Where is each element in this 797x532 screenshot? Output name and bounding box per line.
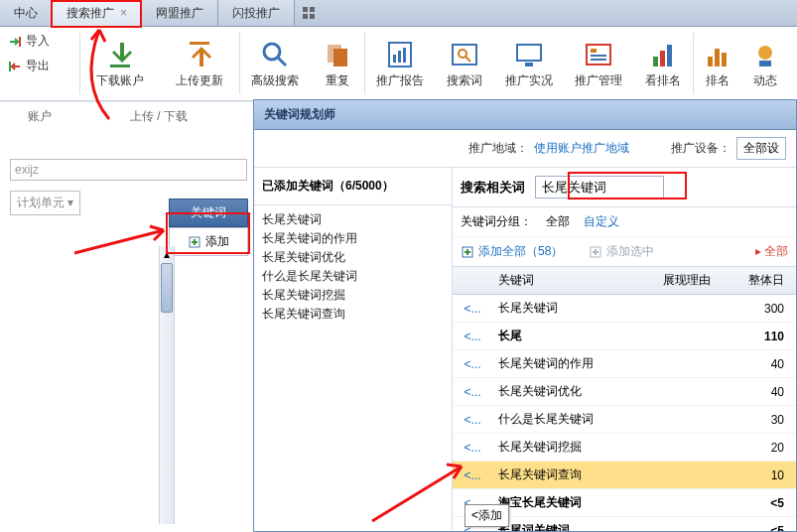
promo-manage-button[interactable]: 推广管理 [564,27,633,100]
added-keyword-item[interactable]: 什么是长尾关键词 [262,268,444,285]
keyword-column-label: 关键词 [191,205,226,219]
row-reason [657,470,736,480]
group-label: 关键词分组： [461,213,532,230]
row-expander[interactable]: <... [453,297,492,321]
row-expander[interactable]: <... [453,436,492,460]
svg-rect-8 [333,49,347,66]
row-reason [657,498,736,508]
keyword-column-header[interactable]: 关键词 [169,199,248,227]
import-button[interactable]: 导入 [8,33,71,50]
close-icon[interactable]: × [120,6,127,20]
export-icon [8,60,22,73]
row-reason [657,387,736,397]
promo-report-label: 推广报告 [376,72,424,89]
col-score[interactable]: 整体日 [736,267,796,294]
report-icon [384,39,416,70]
added-keywords-list: 长尾关键词长尾关键词的作用长尾关键词优化什么是长尾关键词长尾关键词挖掘长尾关键词… [254,205,452,329]
row-score: 110 [736,325,796,348]
col-keyword[interactable]: 关键词 [492,267,657,294]
manage-icon [583,39,614,70]
device-select[interactable]: 全部设 [736,137,786,160]
row-expander[interactable]: <... [453,464,492,487]
promo-live-button[interactable]: 推广实况 [494,27,564,100]
suggestion-row[interactable]: <...长尾关键词优化40 [453,378,796,406]
svg-point-27 [758,46,772,60]
col-reason[interactable]: 展现理由 [657,267,736,294]
row-expander[interactable]: <... [453,325,492,348]
ranking-button[interactable]: 排名 [694,27,741,100]
search-keyword-input[interactable] [535,176,664,199]
dynamic-button[interactable]: 动态 [741,27,789,100]
row-score: <5 [736,491,796,515]
export-button[interactable]: 导出 [8,58,71,74]
center-scrollbar[interactable]: ▴ [159,246,175,524]
download-icon [104,39,136,70]
device-label: 推广设备： [671,140,731,157]
device-value: 全部设 [743,141,779,155]
group-custom-option[interactable]: 自定义 [584,213,619,230]
svg-rect-2 [303,14,308,19]
svg-rect-22 [660,51,665,66]
suggestions-table-header: 关键词 展现理由 整体日 [453,267,796,295]
upload-update-button[interactable]: 上传更新 [160,27,239,100]
row-keyword: 什么是长尾关键词 [492,406,657,433]
download-account-button[interactable]: 下载账户 [80,27,160,100]
add-selected-icon [589,245,602,259]
download-account-label: 下载账户 [96,72,144,89]
promo-report-button[interactable]: 推广报告 [365,27,435,100]
reset-label: 重复 [326,72,349,89]
suggestion-row[interactable]: <...长尾关键词的作用40 [453,350,796,378]
row-expander[interactable]: <... [453,380,492,404]
row-reason [657,415,736,425]
suggestion-row[interactable]: <...长尾110 [453,323,796,350]
added-keyword-item[interactable]: 长尾关键词 [262,211,444,228]
suggestion-row[interactable]: <...长尾关键词300 [453,295,796,323]
row-score: 300 [736,297,796,321]
reset-button[interactable]: 重复 [310,27,364,100]
added-keyword-item[interactable]: 长尾关键词优化 [262,249,444,266]
searchword-button[interactable]: 搜索词 [435,27,494,100]
row-expander[interactable]: <... [453,408,492,432]
view-rank-button[interactable]: 看排名 [633,27,693,100]
promo-live-label: 推广实况 [505,72,553,89]
tab-center[interactable]: 中心 [0,0,53,26]
all-output-button[interactable]: ▸ 全部 [755,243,788,260]
ranking-label: 排名 [706,72,730,89]
svg-rect-23 [667,45,672,66]
plan-unit-dropdown[interactable]: 计划单元 ▾ [10,191,80,215]
svg-point-14 [459,50,466,58]
upload-update-label: 上传更新 [176,72,223,89]
row-score: 40 [736,380,796,404]
svg-rect-0 [303,7,308,12]
advanced-search-button[interactable]: 高级搜索 [240,27,310,100]
row-reason [657,526,736,532]
tab-label: 闪投推广 [232,5,280,22]
added-keyword-item[interactable]: 长尾关键词挖掘 [262,287,444,304]
left-search-input[interactable]: exijz [10,159,247,181]
export-label: 导出 [26,58,50,74]
scroll-thumb[interactable] [161,263,173,313]
add-all-button[interactable]: 添加全部（58） [461,243,563,260]
tab-apps-grid[interactable] [295,0,323,26]
tab-flash-promo[interactable]: 闪投推广 [218,0,295,26]
row-expander[interactable]: <... [453,352,492,376]
svg-rect-19 [591,55,606,57]
promo-manage-label: 推广管理 [575,72,622,89]
svg-rect-3 [310,14,315,19]
add-keyword-label: 添加 [205,233,229,250]
suggestion-row[interactable]: <...什么是长尾关键词30 [453,406,796,434]
added-keyword-item[interactable]: 长尾关键词的作用 [262,230,444,247]
tab-search-promo[interactable]: 搜索推广 × [53,0,142,26]
add-keyword-button[interactable]: 添加 [169,227,248,256]
group-all-option[interactable]: 全部 [546,213,570,230]
suggestion-row[interactable]: <...长尾关键词挖掘20 [453,434,796,462]
dynamic-label: 动态 [753,72,777,89]
scroll-up-icon[interactable]: ▴ [160,246,174,262]
added-keyword-item[interactable]: 长尾关键词查询 [262,306,444,323]
region-link[interactable]: 使用账户推广地域 [534,140,629,157]
suggestion-row[interactable]: <...长尾关键词查询10 [453,462,796,489]
import-icon [8,35,22,49]
row-keyword: 长尾关键词挖掘 [492,434,657,461]
row-keyword: 长尾关键词查询 [492,462,657,488]
tab-netalliance-promo[interactable]: 网盟推广 [142,0,218,26]
